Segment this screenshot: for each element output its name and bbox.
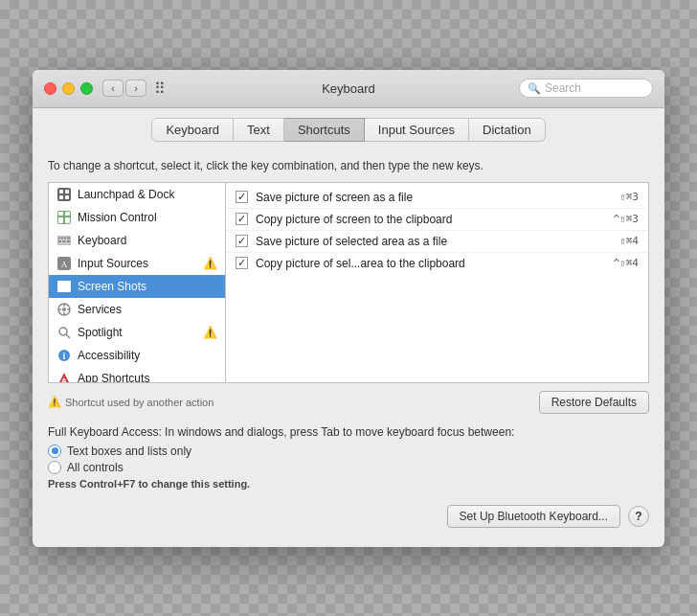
search-box[interactable]: 🔍 Search	[519, 79, 653, 98]
shortcuts-panel: Save picture of screen as a file ⇧⌘3 Cop…	[226, 183, 648, 382]
sidebar-item-launchpad[interactable]: Launchpad & Dock	[49, 183, 225, 206]
main-panel: Launchpad & Dock Mission Control Keyboar…	[48, 182, 649, 383]
checkbox-1[interactable]	[236, 213, 248, 225]
content-area: To change a shortcut, select it, click t…	[33, 149, 664, 547]
tab-text[interactable]: Text	[234, 118, 284, 142]
svg-rect-4	[65, 195, 69, 199]
shortcut-keys-0: ⇧⌘3	[619, 191, 639, 203]
window-title: Keyboard	[322, 81, 375, 96]
instruction-text: To change a shortcut, select it, click t…	[48, 159, 649, 172]
svg-rect-12	[61, 237, 63, 239]
svg-point-24	[62, 308, 66, 311]
shortcut-row-2[interactable]: Save picture of selected area as a file …	[226, 231, 648, 253]
warning-note: ⚠️ Shortcut used by another action	[48, 396, 214, 408]
svg-rect-3	[59, 195, 63, 199]
keyboard-access-title: Full Keyboard Access: In windows and dia…	[48, 425, 649, 439]
sidebar-label-input-sources: Input Sources	[78, 257, 148, 270]
sidebar-label-accessibility: Accessibility	[78, 349, 140, 362]
shortcut-label-0: Save picture of screen as a file	[256, 191, 612, 204]
sidebar-list: Launchpad & Dock Mission Control Keyboar…	[49, 183, 226, 382]
sidebar-item-services[interactable]: Services	[49, 298, 225, 321]
radio-text-lists[interactable]: Text boxes and lists only	[48, 445, 649, 458]
keyboard-access: Full Keyboard Access: In windows and dia…	[48, 420, 649, 497]
radio-all-controls-label: All controls	[67, 461, 124, 474]
sidebar-item-mission[interactable]: Mission Control	[49, 206, 225, 229]
warning-triangle-icon: ⚠️	[48, 396, 61, 408]
sidebar-label-app-shortcuts: App Shortcuts	[78, 372, 149, 382]
checkbox-2[interactable]	[236, 235, 248, 247]
accessibility-icon: i	[56, 348, 72, 363]
radio-text-lists-label: Text boxes and lists only	[67, 445, 191, 458]
svg-rect-6	[58, 212, 63, 216]
forward-button[interactable]: ›	[125, 80, 146, 97]
input-warning-icon: ⚠️	[203, 257, 217, 270]
shortcut-label-2: Save picture of selected area as a file	[256, 235, 612, 248]
sidebar-label-spotlight: Spotlight	[78, 326, 123, 339]
restore-defaults-button[interactable]: Restore Defaults	[539, 391, 649, 414]
shortcut-row-0[interactable]: Save picture of screen as a file ⇧⌘3	[226, 187, 648, 209]
svg-rect-15	[58, 240, 61, 242]
sidebar-label-screenshots: Screen Shots	[78, 280, 146, 293]
sidebar-label-launchpad: Launchpad & Dock	[78, 188, 174, 201]
input-sources-icon: A	[56, 256, 72, 271]
nav-buttons: ‹ ›	[102, 80, 146, 97]
spotlight-icon	[56, 325, 72, 340]
shortcut-row-1[interactable]: Copy picture of screen to the clipboard …	[226, 209, 648, 231]
shortcut-label-3: Copy picture of sel...area to the clipbo…	[256, 257, 606, 270]
svg-rect-16	[63, 240, 66, 242]
launchpad-icon	[56, 187, 72, 202]
sidebar-item-input-sources[interactable]: A Input Sources ⚠️	[49, 252, 225, 275]
tab-shortcuts[interactable]: Shortcuts	[284, 118, 365, 142]
radio-all-controls-circle[interactable]	[48, 461, 61, 474]
sidebar-item-app-shortcuts[interactable]: A App Shortcuts	[49, 367, 225, 382]
tabs-bar: Keyboard Text Shortcuts Input Sources Di…	[33, 108, 664, 149]
warning-text: Shortcut used by another action	[65, 397, 214, 408]
mission-icon	[56, 210, 72, 225]
setup-bluetooth-button[interactable]: Set Up Bluetooth Keyboard...	[447, 505, 620, 528]
svg-text:A: A	[61, 376, 67, 382]
checkbox-0[interactable]	[236, 191, 248, 203]
shortcut-keys-2: ⇧⌘4	[619, 235, 639, 247]
close-button[interactable]	[44, 82, 56, 95]
checkbox-3[interactable]	[236, 257, 248, 269]
tab-keyboard[interactable]: Keyboard	[151, 118, 234, 142]
tab-dictation[interactable]: Dictation	[469, 118, 546, 142]
back-button[interactable]: ‹	[102, 80, 124, 97]
sidebar-item-spotlight[interactable]: Spotlight ⚠️	[49, 321, 225, 344]
svg-text:i: i	[63, 351, 66, 361]
sidebar-label-services: Services	[78, 303, 122, 316]
minimize-button[interactable]	[62, 82, 75, 95]
radio-all-controls[interactable]: All controls	[48, 461, 649, 474]
shortcut-label-1: Copy picture of screen to the clipboard	[256, 213, 606, 226]
help-button[interactable]: ?	[628, 506, 649, 527]
svg-text:A: A	[61, 260, 68, 269]
sidebar-item-accessibility[interactable]: i Accessibility	[49, 344, 225, 367]
services-icon	[56, 302, 72, 317]
app-grid-icon[interactable]: ⠿	[154, 80, 166, 98]
svg-point-29	[59, 328, 67, 335]
tab-input-sources[interactable]: Input Sources	[365, 118, 469, 142]
keyboard-icon	[56, 233, 72, 248]
app-shortcuts-icon: A	[56, 371, 72, 382]
svg-rect-0	[57, 188, 71, 201]
svg-rect-14	[67, 237, 70, 239]
maximize-button[interactable]	[80, 82, 93, 95]
bottom-bar: ⚠️ Shortcut used by another action Resto…	[48, 383, 649, 420]
titlebar: ‹ › ⠿ Keyboard 🔍 Search	[33, 70, 664, 108]
sidebar-item-screenshots[interactable]: Screen Shots	[49, 275, 225, 298]
footer-bar: Set Up Bluetooth Keyboard... ?	[48, 497, 649, 532]
svg-line-30	[66, 334, 70, 338]
traffic-lights	[44, 82, 93, 95]
svg-rect-11	[58, 237, 60, 239]
control-note: Press Control+F7 to change this setting.	[48, 478, 649, 490]
svg-rect-9	[65, 217, 70, 223]
search-placeholder: Search	[545, 81, 581, 95]
svg-rect-1	[59, 190, 63, 194]
svg-rect-17	[67, 240, 70, 242]
radio-text-lists-circle[interactable]	[48, 445, 61, 458]
svg-rect-13	[64, 237, 66, 239]
shortcut-keys-1: ^⇧⌘3	[614, 213, 640, 225]
svg-point-22	[62, 284, 66, 287]
sidebar-item-keyboard[interactable]: Keyboard	[49, 229, 225, 252]
shortcut-row-3[interactable]: Copy picture of sel...area to the clipbo…	[226, 253, 648, 274]
